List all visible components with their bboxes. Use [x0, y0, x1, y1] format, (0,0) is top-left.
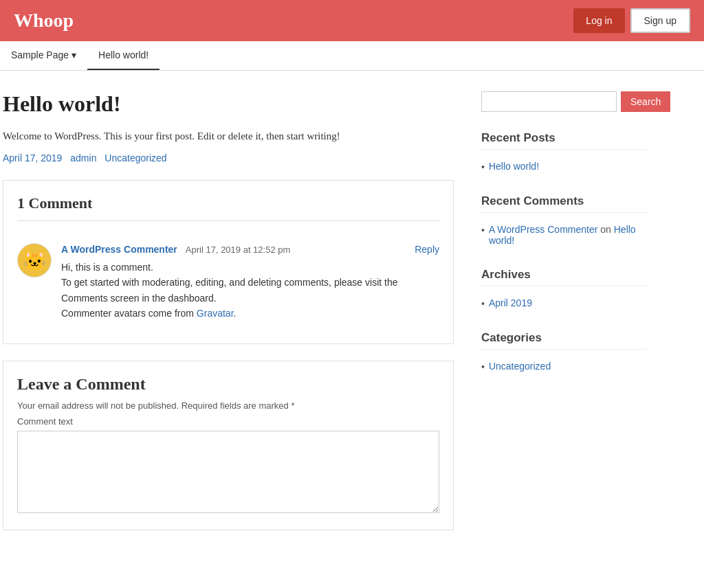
site-header: Whoop Log in Sign up: [0, 0, 704, 41]
post: Hello world! Welcome to WordPress. This …: [3, 91, 454, 163]
recent-post-link[interactable]: Hello world!: [489, 161, 539, 172]
login-button[interactable]: Log in: [573, 8, 624, 33]
leave-comment-title: Leave a Comment: [17, 375, 439, 394]
nav-item-hello-world[interactable]: Hello world!: [87, 41, 160, 70]
list-item: Uncategorized: [481, 358, 646, 375]
page-layout: Hello world! Welcome to WordPress. This …: [0, 71, 704, 551]
chevron-down-icon: ▾: [72, 49, 76, 60]
sidebar-recent-comments: Recent Comments A WordPress Commenter on…: [481, 194, 646, 249]
archives-title: Archives: [481, 268, 646, 286]
sidebar-search: Search: [481, 91, 646, 112]
recent-posts-list: Hello world!: [481, 158, 646, 175]
comments-title: 1 Comment: [17, 194, 439, 221]
signup-button[interactable]: Sign up: [630, 8, 690, 33]
post-date[interactable]: April 17, 2019: [3, 152, 62, 163]
search-input[interactable]: [481, 91, 617, 112]
recent-posts-title: Recent Posts: [481, 131, 646, 150]
comment-text-line4: .: [234, 308, 236, 319]
list-item: A WordPress Commenter on Hello world!: [481, 221, 646, 249]
categories-list: Uncategorized: [481, 358, 646, 375]
list-item: April 2019: [481, 295, 646, 312]
on-text: on: [600, 224, 613, 235]
sidebar: Search Recent Posts Hello world! Recent …: [468, 91, 660, 530]
nav-item-sample-page[interactable]: Sample Page ▾: [0, 41, 87, 70]
comment-text-line3: Commenter avatars come from: [61, 308, 197, 319]
post-author[interactable]: admin: [70, 152, 96, 163]
nav-item-label: Hello world!: [98, 49, 148, 60]
comments-section: 1 Comment 🐱 A WordPress Commenter April …: [3, 180, 454, 344]
categories-title: Categories: [481, 331, 646, 350]
comment-textarea[interactable]: [17, 431, 439, 513]
comment-author-name[interactable]: A WordPress Commenter: [61, 244, 177, 255]
nav-item-label: Sample Page: [11, 49, 69, 60]
avatar-icon: 🐱: [23, 249, 47, 272]
comment-text-line1: Hi, this is a comment.: [61, 262, 153, 273]
site-nav: Sample Page ▾ Hello world!: [0, 41, 704, 71]
post-category[interactable]: Uncategorized: [104, 152, 166, 163]
comment-reply-link[interactable]: Reply: [415, 244, 439, 255]
comment-textarea-label: Comment text: [17, 416, 439, 427]
recent-comments-title: Recent Comments: [481, 194, 646, 213]
comment-item: 🐱 A WordPress Commenter April 17, 2019 a…: [17, 235, 439, 330]
archive-link[interactable]: April 2019: [489, 297, 532, 308]
comment-author-info: A WordPress Commenter April 17, 2019 at …: [61, 243, 290, 256]
recent-comments-list: A WordPress Commenter on Hello world!: [481, 221, 646, 249]
sidebar-archives: Archives April 2019: [481, 268, 646, 312]
main-content: Hello world! Welcome to WordPress. This …: [0, 91, 468, 530]
leave-comment-section: Leave a Comment Your email address will …: [3, 361, 454, 530]
category-link[interactable]: Uncategorized: [489, 361, 551, 372]
comment-date: April 17, 2019 at 12:52 pm: [186, 245, 291, 255]
comment-header: A WordPress Commenter April 17, 2019 at …: [61, 243, 439, 256]
comment-text: Hi, this is a comment. To get started wi…: [61, 260, 439, 321]
post-title: Hello world!: [3, 91, 454, 117]
comment-text-line2: To get started with moderating, editing,…: [61, 277, 398, 303]
comment-author-link[interactable]: A WordPress Commenter: [489, 224, 597, 235]
avatar: 🐱: [17, 243, 52, 278]
search-button[interactable]: Search: [621, 91, 670, 112]
list-item: Hello world!: [481, 158, 646, 175]
sidebar-categories: Categories Uncategorized: [481, 331, 646, 375]
site-title: Whoop: [14, 10, 74, 32]
comment-content: A WordPress Commenter April 17, 2019 at …: [61, 243, 439, 321]
sidebar-recent-posts: Recent Posts Hello world!: [481, 131, 646, 175]
post-meta: April 17, 2019 admin Uncategorized: [3, 152, 454, 163]
header-buttons: Log in Sign up: [573, 8, 690, 33]
gravatar-link[interactable]: Gravatar: [197, 308, 234, 319]
archives-list: April 2019: [481, 295, 646, 312]
comment-notice: Your email address will not be published…: [17, 400, 439, 411]
post-body: Welcome to WordPress. This is your first…: [3, 128, 454, 144]
